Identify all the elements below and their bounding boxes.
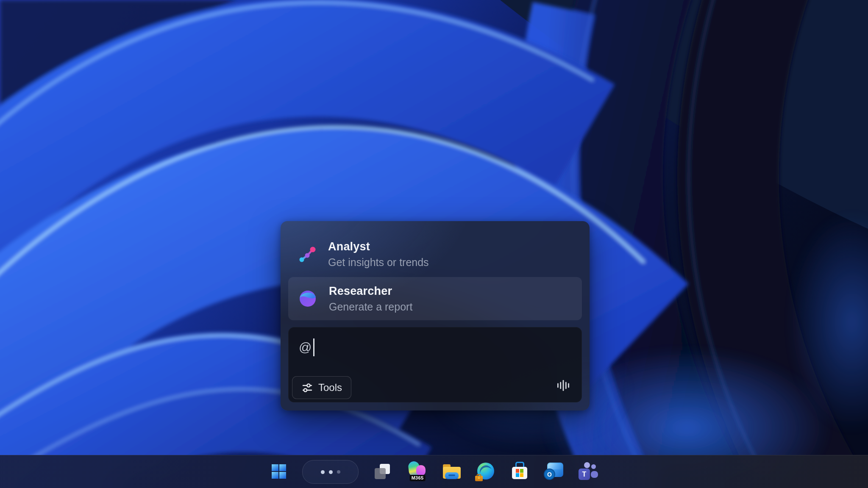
copilot-agent-picker: Analyst Get insights or trends Researche… bbox=[281, 221, 590, 410]
task-view-icon bbox=[373, 463, 391, 480]
file-explorer-button[interactable] bbox=[440, 460, 464, 483]
prompt-input-value: @ bbox=[299, 340, 312, 355]
agent-option-title: Researcher bbox=[329, 285, 412, 298]
analyst-trend-icon bbox=[298, 244, 317, 264]
teams-letter: T bbox=[579, 469, 590, 480]
start-button[interactable] bbox=[267, 460, 291, 483]
task-view-button[interactable] bbox=[370, 460, 394, 483]
folder-icon bbox=[442, 463, 461, 480]
prompt-input-line: @ bbox=[299, 338, 314, 356]
sliders-icon bbox=[301, 383, 313, 393]
store-button[interactable] bbox=[508, 459, 531, 483]
taskbar bbox=[0, 455, 868, 488]
m365-copilot-button[interactable]: M365 bbox=[406, 459, 429, 482]
agent-option-title: Analyst bbox=[328, 240, 429, 253]
typing-dot bbox=[321, 470, 325, 474]
teams-button[interactable]: T bbox=[576, 460, 600, 483]
outlook-letter: O bbox=[544, 469, 555, 480]
voice-waveform-icon[interactable] bbox=[556, 378, 570, 393]
agent-option-researcher[interactable]: Researcher Generate a report bbox=[288, 277, 582, 320]
agent-option-subtitle: Get insights or trends bbox=[328, 256, 429, 269]
agent-option-subtitle: Generate a report bbox=[329, 301, 412, 313]
prompt-input-box[interactable]: @ Tools bbox=[288, 327, 582, 402]
copilot-pill[interactable] bbox=[302, 460, 359, 484]
m365-copilot-icon: M365 bbox=[407, 460, 428, 481]
typing-dot bbox=[329, 470, 333, 474]
teams-icon: T bbox=[578, 462, 598, 481]
edge-button[interactable] bbox=[474, 460, 498, 483]
outlook-icon: O bbox=[544, 463, 563, 480]
agent-option-analyst[interactable]: Analyst Get insights or trends bbox=[288, 232, 582, 276]
tools-button[interactable]: Tools bbox=[292, 376, 351, 399]
windows-start-icon bbox=[271, 464, 287, 479]
researcher-globe-icon bbox=[298, 288, 318, 309]
text-cursor bbox=[313, 338, 314, 356]
microsoft-logo bbox=[516, 469, 524, 477]
m365-badge: M365 bbox=[410, 475, 426, 481]
typing-dot bbox=[337, 470, 340, 474]
store-icon bbox=[511, 462, 528, 480]
outlook-button[interactable]: O bbox=[542, 460, 565, 483]
tools-label: Tools bbox=[318, 382, 342, 394]
edge-icon bbox=[476, 462, 495, 481]
work-profile-briefcase-badge bbox=[475, 476, 483, 481]
